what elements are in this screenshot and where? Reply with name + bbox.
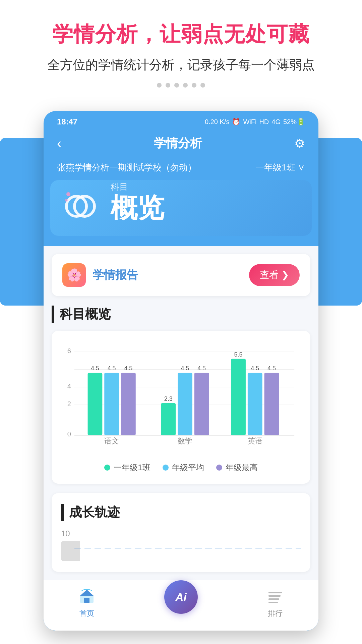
dot-4 xyxy=(183,83,188,88)
svg-rect-29 xyxy=(268,598,279,600)
wifi-icon: WiFi xyxy=(243,118,256,126)
back-button[interactable]: ‹ xyxy=(57,136,61,151)
svg-text:数学: 数学 xyxy=(178,437,192,445)
tab-card[interactable]: 科目 概览 xyxy=(50,180,312,236)
svg-text:4.5: 4.5 xyxy=(251,365,259,372)
home-svg-icon xyxy=(79,588,95,604)
shuxue-max-bar xyxy=(194,373,209,435)
dot-1 xyxy=(157,83,162,88)
svg-rect-28 xyxy=(268,595,281,597)
report-card: 🌸 学情报告 查看 ❯ xyxy=(52,254,310,296)
status-speed: 0.20 K/s xyxy=(205,118,229,126)
svg-text:4.5: 4.5 xyxy=(124,365,132,372)
svg-text:4.5: 4.5 xyxy=(181,365,189,372)
yuwen-class1-bar xyxy=(88,373,103,435)
subject-overview-title: 科目概览 xyxy=(52,306,310,323)
chart-svg: 6 4 2 0 4.5 xyxy=(61,341,301,455)
settings-icon[interactable]: ⚙ xyxy=(294,137,305,151)
rank-svg-icon xyxy=(267,588,283,604)
svg-rect-26 xyxy=(84,598,89,603)
svg-text:语文: 语文 xyxy=(104,437,119,445)
report-left: 🌸 学情报告 xyxy=(62,263,138,287)
legend-dot-class1 xyxy=(104,465,110,471)
bottom-nav: 首页 Ai xyxy=(44,580,318,631)
class-selector[interactable]: 一年级1班 ∨ xyxy=(255,162,305,173)
yingyu-class1-bar xyxy=(231,359,246,435)
growth-title: 成长轨迹 xyxy=(61,504,301,521)
yuwen-avg-bar xyxy=(104,373,119,435)
marketing-title: 学情分析，让弱点无处可藏 xyxy=(13,20,349,48)
tab-large-label: 概览 xyxy=(111,195,298,221)
chart-container: 6 4 2 0 4.5 xyxy=(52,331,310,484)
hd-icon: HD xyxy=(259,118,269,126)
view-report-button[interactable]: 查看 ❯ xyxy=(249,264,300,286)
subject-overview-section: 科目概览 6 xyxy=(52,306,310,484)
dot-5 xyxy=(192,83,196,88)
legend-max-label: 年级最高 xyxy=(226,462,258,473)
tab-area: 科目 概览 xyxy=(44,180,318,246)
school-name: 张燕学情分析一期测试学校（勿动） xyxy=(57,162,196,173)
legend-class1: 一年级1班 xyxy=(104,462,150,473)
shuxue-avg-bar xyxy=(178,373,192,435)
rank-icon xyxy=(266,587,285,606)
phone-screen: 18:47 0.20 K/s ⏰ WiFi HD 4G 52%🔋 ‹ 学情分析 … xyxy=(44,111,318,631)
report-icon: 🌸 xyxy=(62,263,86,287)
dot-3 xyxy=(174,83,179,88)
svg-rect-27 xyxy=(268,592,282,593)
home-icon xyxy=(77,587,96,606)
svg-text:2: 2 xyxy=(67,400,71,408)
svg-text:2.3: 2.3 xyxy=(164,395,173,402)
growth-chart-partial xyxy=(61,541,301,561)
yingyu-avg-bar xyxy=(248,373,262,435)
chart-legend: 一年级1班 年级平均 年级最高 xyxy=(61,462,301,473)
nav-ai[interactable]: Ai xyxy=(164,580,198,614)
page-title: 学情分析 xyxy=(154,135,202,152)
svg-text:4.5: 4.5 xyxy=(108,365,116,372)
svg-text:4.5: 4.5 xyxy=(267,365,276,372)
ai-button[interactable]: Ai xyxy=(164,580,198,614)
main-content: 🌸 学情报告 查看 ❯ 科目概览 xyxy=(44,246,318,580)
dots-row xyxy=(13,83,349,88)
status-time: 18:47 xyxy=(57,117,77,126)
legend-max: 年级最高 xyxy=(216,462,258,473)
growth-y-label: 10 xyxy=(61,529,301,538)
marketing-subtitle: 全方位的学情统计分析，记录孩子每一个薄弱点 xyxy=(13,56,349,73)
status-icons: 0.20 K/s ⏰ WiFi HD 4G 52%🔋 xyxy=(205,118,305,126)
marketing-section: 学情分析，让弱点无处可藏 全方位的学情统计分析，记录孩子每一个薄弱点 xyxy=(0,0,362,111)
dot-6 xyxy=(200,83,205,88)
battery-icon: 52%🔋 xyxy=(283,118,305,126)
svg-text:4.5: 4.5 xyxy=(197,365,206,372)
bar-chart: 6 4 2 0 4.5 xyxy=(61,341,301,455)
legend-avg-label: 年级平均 xyxy=(172,462,204,473)
growth-section: 成长轨迹 10 xyxy=(52,493,310,572)
signal-icon: 4G xyxy=(272,118,281,126)
ai-label: Ai xyxy=(175,591,187,604)
rank-label: 排行 xyxy=(268,608,283,619)
yuwen-max-bar xyxy=(121,373,136,435)
nav-home[interactable]: 首页 xyxy=(77,587,96,621)
svg-text:6: 6 xyxy=(67,347,71,355)
svg-text:英语: 英语 xyxy=(248,437,262,445)
svg-rect-30 xyxy=(268,602,278,603)
alarm-icon: ⏰ xyxy=(232,118,240,126)
legend-avg: 年级平均 xyxy=(163,462,204,473)
report-title: 学情报告 xyxy=(93,267,138,283)
nav-rank[interactable]: 排行 xyxy=(266,587,285,621)
legend-dot-avg xyxy=(163,465,169,471)
svg-text:4.5: 4.5 xyxy=(91,365,99,372)
school-bar: 张燕学情分析一期测试学校（勿动） 一年级1班 ∨ xyxy=(44,158,318,180)
home-label: 首页 xyxy=(79,608,94,619)
status-bar: 18:47 0.20 K/s ⏰ WiFi HD 4G 52%🔋 xyxy=(44,111,318,130)
nav-bar: ‹ 学情分析 ⚙ xyxy=(44,130,318,158)
shuxue-class1-bar xyxy=(161,403,176,435)
tab-small-label: 科目 xyxy=(111,181,128,193)
svg-text:4: 4 xyxy=(67,382,71,390)
dot-2 xyxy=(166,83,170,88)
legend-class1-label: 一年级1班 xyxy=(114,462,150,473)
yingyu-max-bar xyxy=(264,373,279,435)
svg-text:0: 0 xyxy=(67,430,71,438)
legend-dot-max xyxy=(216,465,222,471)
svg-text:5.5: 5.5 xyxy=(234,351,243,358)
